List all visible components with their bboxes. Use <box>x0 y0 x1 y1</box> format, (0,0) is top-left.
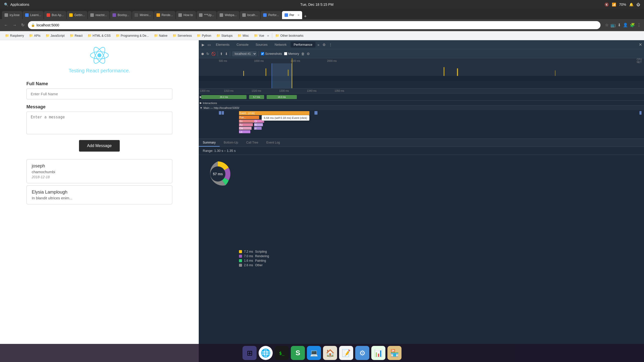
bookmark-programming[interactable]: 📁 Programming & De... <box>114 33 151 38</box>
tab-per-active[interactable]: Per ✕ <box>282 11 302 19</box>
bookmark-javascript[interactable]: 📁 JavaScript <box>44 33 67 38</box>
bookmark-icon[interactable]: ☆ <box>605 23 609 27</box>
forward-button[interactable]: → <box>12 22 18 28</box>
taskbar-icon-store[interactable]: 🏪 <box>387 346 401 360</box>
bookmark-native[interactable]: 📁 Native <box>152 33 170 38</box>
menu-icon[interactable]: ⋮ <box>637 23 641 27</box>
fullname-input[interactable] <box>26 88 172 99</box>
taskbar-icon-chrome[interactable]: 🌐 <box>259 346 273 360</box>
bookmark-htmlcss[interactable]: 📁 HTML & CSS <box>86 33 113 38</box>
ki-block[interactable]: Ki <box>254 123 263 126</box>
summary-tab-summary[interactable]: Summary <box>199 139 220 147</box>
download-icon[interactable]: ⬇ <box>618 23 621 27</box>
clear-button[interactable]: 🚫 <box>211 52 216 56</box>
taskbar-icon-files[interactable]: 🏠 <box>323 346 337 360</box>
taskbar-icon-terminal[interactable]: $_ <box>275 346 289 360</box>
search-icon[interactable]: 🔍 <box>4 3 8 7</box>
volume-icon[interactable]: 🔇 <box>605 3 609 7</box>
more-tabs-icon[interactable]: » <box>316 42 320 48</box>
bookmark-label: JavaScript <box>51 34 65 37</box>
tab-render[interactable]: Rende... <box>154 11 175 19</box>
timeline-selection[interactable] <box>272 63 292 88</box>
oa-block[interactable]: Oa <box>239 127 252 130</box>
taskbar-icon-window-manager[interactable]: ⊞ <box>243 346 257 360</box>
devtools-close-button[interactable]: ✕ <box>639 42 642 47</box>
reload-profile-button[interactable]: ↻ <box>206 52 209 56</box>
upload-button[interactable]: ⬆ <box>220 52 223 56</box>
tab-howto[interactable]: How to <box>176 11 196 19</box>
taskbar-icon-notes[interactable]: 📝 <box>339 346 353 360</box>
summary-tab-eventlog[interactable]: Event Log <box>262 139 284 147</box>
device-icon[interactable]: ▭ <box>207 42 212 48</box>
bookmark-apis[interactable]: 📁 APIs <box>27 33 42 38</box>
reload-button[interactable]: ↻ <box>20 22 25 28</box>
inspect-icon[interactable]: ▶ <box>201 42 206 48</box>
new-tab-button[interactable]: + <box>303 14 308 19</box>
cast-icon[interactable]: 📺 <box>611 23 616 27</box>
bookmarks-overflow[interactable]: » <box>267 34 269 37</box>
taskbar-icon-monitor[interactable]: 📊 <box>371 346 385 360</box>
power-icon[interactable]: ⏻ <box>636 3 640 7</box>
tab-bus[interactable]: Bus Ap... <box>44 11 66 19</box>
profile-icon[interactable]: 👤 <box>623 23 628 27</box>
bookmark-misc[interactable]: 📁 Misc <box>235 33 251 38</box>
tab-minimi[interactable]: Minimi... <box>132 11 153 19</box>
tab-update[interactable]: ***Up... <box>196 11 217 19</box>
address-input[interactable] <box>36 23 597 27</box>
host-select[interactable]: localhost #1 <box>232 51 257 56</box>
aa-block[interactable]: Aa <box>239 123 253 126</box>
gear-button[interactable]: ⚙ <box>307 52 310 56</box>
more-options-icon[interactable]: ⋮ <box>328 42 333 48</box>
notification-icon[interactable]: 🔔 <box>629 3 633 7</box>
extensions-icon[interactable]: 🧩 <box>630 23 635 27</box>
tab-localhost[interactable]: localh... <box>240 11 260 19</box>
dt-tab-console[interactable]: Console <box>233 42 252 48</box>
dt-tab-performance[interactable]: Performance <box>291 42 315 48</box>
message-textarea[interactable] <box>26 112 172 134</box>
fun-block[interactable]: Fun... <box>239 116 259 119</box>
dt-tab-sources[interactable]: Sources <box>253 42 271 48</box>
la-block[interactable]: La <box>239 130 250 133</box>
interactions-expand-icon[interactable]: ▶ <box>200 101 202 105</box>
sn-block[interactable]: Sn <box>239 120 254 123</box>
taskbar-icon-slides[interactable]: S <box>291 346 305 360</box>
event-click-block[interactable]: Event...(click) <box>239 111 309 115</box>
taskbar-icon-settings[interactable]: ⚙ <box>355 346 369 360</box>
tab-close-icon[interactable]: ✕ <box>297 14 300 17</box>
scripting-value: 7.2 ms <box>244 250 253 253</box>
add-message-button[interactable]: Add Message <box>79 140 120 152</box>
tab-bootstrap[interactable]: Bootsy... <box>110 11 132 19</box>
bookmark-python[interactable]: 📁 Python <box>195 33 213 38</box>
bookmark-other[interactable]: 📁 Other bookmarks <box>272 33 305 38</box>
download-button[interactable]: ⬇ <box>225 52 228 56</box>
bookmark-raspberry[interactable]: 📁 Raspberry <box>3 33 26 38</box>
memory-checkbox-label[interactable]: Memory <box>284 52 299 56</box>
summary-tab-calltree[interactable]: Call Tree <box>242 139 262 147</box>
app-menu-label[interactable]: Applications <box>10 3 29 7</box>
tab-learning[interactable]: Learni... <box>23 11 44 19</box>
tab-performance[interactable]: Perfor... <box>261 11 281 19</box>
main-expand-icon[interactable]: ▼ <box>200 106 203 109</box>
bookmark-react[interactable]: 📁 React <box>68 33 85 38</box>
tab-webpage[interactable]: Webpa... <box>217 11 239 19</box>
tab-reactst[interactable]: reactst... <box>88 11 109 19</box>
tab-icyjose[interactable]: icyJose <box>2 11 22 19</box>
memory-checkbox[interactable] <box>284 52 287 55</box>
tab-getting[interactable]: Gettin... <box>67 11 87 19</box>
back-button[interactable]: ← <box>3 22 9 28</box>
bookmark-startups[interactable]: 📁 Startups <box>214 33 235 38</box>
dt-tab-network[interactable]: Network <box>272 42 290 48</box>
bookmark-vue[interactable]: 📁 Vue <box>252 33 266 38</box>
taskbar-icon-vscode[interactable]: 💻 <box>307 346 321 360</box>
screenshots-checkbox-label[interactable]: Screenshots <box>261 52 282 56</box>
timeline-overview[interactable]: 500 ms 1000 ms 1500 ms 2000 ms CPUNET <box>199 58 644 88</box>
trash-button[interactable]: 🗑 <box>301 52 305 56</box>
record-button[interactable]: ⏺ <box>201 52 204 56</box>
screenshots-checkbox[interactable] <box>261 52 264 55</box>
folder-icon: 📁 <box>70 34 74 37</box>
settings-icon[interactable]: ⚙ <box>321 42 327 48</box>
dt-tab-elements[interactable]: Elements <box>213 42 232 48</box>
pi-block[interactable]: pi <box>254 127 262 130</box>
bookmark-serverless[interactable]: 📁 Serverless <box>171 33 194 38</box>
summary-tab-bottomup[interactable]: Bottom-Up <box>220 139 242 147</box>
